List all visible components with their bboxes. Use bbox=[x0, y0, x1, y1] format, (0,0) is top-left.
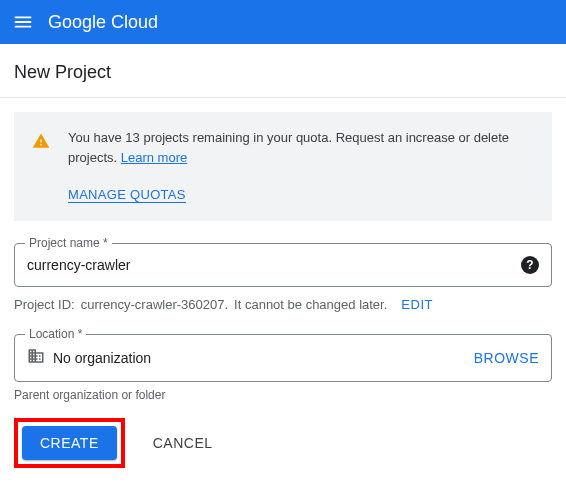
help-icon[interactable]: ? bbox=[521, 256, 539, 274]
hamburger-menu-icon[interactable] bbox=[12, 11, 34, 33]
location-field-group: Location * No organization BROWSE Parent… bbox=[14, 334, 552, 402]
logo-text-cloud: Cloud bbox=[111, 12, 158, 33]
create-button[interactable]: CREATE bbox=[22, 426, 117, 460]
location-value: No organization bbox=[53, 350, 474, 366]
project-name-label: Project name * bbox=[25, 236, 112, 250]
action-buttons: CREATE CANCEL bbox=[14, 418, 552, 468]
project-id-note: It cannot be changed later. bbox=[234, 297, 387, 312]
learn-more-link[interactable]: Learn more bbox=[121, 150, 187, 165]
warning-icon bbox=[32, 132, 50, 203]
page-title: New Project bbox=[14, 62, 552, 83]
project-id-prefix: Project ID: bbox=[14, 297, 75, 312]
project-name-input[interactable] bbox=[27, 257, 521, 273]
logo-text-google: Google bbox=[48, 12, 106, 33]
app-header: Google Cloud bbox=[0, 0, 566, 44]
project-id-value: currency-crawler-360207. bbox=[81, 297, 228, 312]
project-id-row: Project ID: currency-crawler-360207. It … bbox=[14, 297, 552, 312]
location-label: Location * bbox=[25, 327, 86, 341]
browse-location-link[interactable]: BROWSE bbox=[474, 350, 539, 366]
project-name-field-group: Project name * ? bbox=[14, 243, 552, 287]
page-title-bar: New Project bbox=[0, 44, 566, 98]
quota-notice: You have 13 projects remaining in your q… bbox=[14, 112, 552, 221]
manage-quotas-link[interactable]: MANAGE QUOTAS bbox=[68, 187, 186, 203]
create-button-highlight: CREATE bbox=[14, 418, 125, 468]
edit-project-id-link[interactable]: EDIT bbox=[401, 297, 433, 312]
cancel-button[interactable]: CANCEL bbox=[135, 426, 231, 460]
organization-icon bbox=[27, 347, 45, 369]
quota-message: You have 13 projects remaining in your q… bbox=[68, 128, 536, 167]
google-cloud-logo[interactable]: Google Cloud bbox=[48, 12, 158, 33]
location-helper-text: Parent organization or folder bbox=[14, 388, 552, 402]
